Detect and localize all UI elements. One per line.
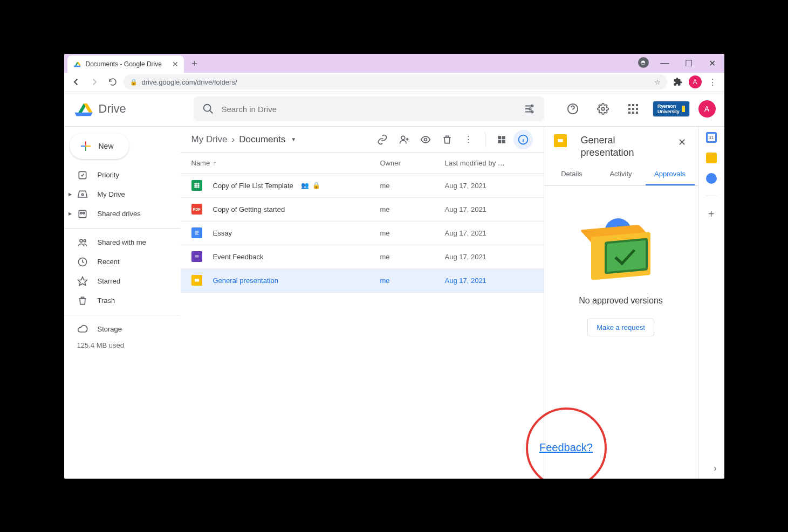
new-tab-button[interactable]: + — [187, 57, 202, 72]
sidebar-item-my-drive[interactable]: ▶ My Drive — [64, 185, 174, 204]
drive-logo[interactable]: Drive — [73, 98, 181, 120]
file-modified: Aug 17, 2021 — [445, 182, 533, 190]
sidebar-item-starred[interactable]: Starred — [64, 272, 174, 291]
dropdown-caret-icon[interactable]: ▼ — [291, 136, 296, 142]
reload-button[interactable] — [105, 74, 120, 89]
apps-grid-icon[interactable] — [622, 98, 644, 120]
file-owner: me — [380, 229, 445, 237]
profile-badge[interactable]: ◓ — [638, 57, 649, 68]
address-bar: 🔒 drive.google.com/drive/folders/ ☆ A ⋮ — [64, 73, 724, 92]
svg-point-11 — [601, 107, 605, 110]
delete-icon[interactable] — [437, 130, 457, 149]
keep-icon[interactable] — [706, 153, 717, 163]
search-options-icon[interactable] — [524, 103, 536, 115]
minimize-button[interactable]: — — [653, 54, 677, 73]
file-modified: Aug 17, 2021 — [445, 205, 533, 213]
slides-icon — [554, 134, 567, 147]
tab-approvals[interactable]: Approvals — [646, 163, 695, 185]
close-details-icon[interactable]: ✕ — [676, 134, 688, 150]
browser-avatar[interactable]: A — [689, 75, 702, 88]
tab-activity[interactable]: Activity — [597, 163, 646, 185]
sidebar-item-label: Starred — [98, 277, 121, 285]
maximize-button[interactable]: ☐ — [677, 54, 701, 73]
add-person-icon[interactable] — [394, 130, 414, 149]
sidebar-item-label: Recent — [98, 258, 120, 266]
more-actions-icon[interactable]: ⋮ — [459, 130, 478, 149]
expand-icon[interactable]: ▶ — [68, 211, 72, 216]
org-badge[interactable]: Ryerson University — [653, 101, 690, 117]
new-button[interactable]: New — [70, 133, 129, 159]
close-window-button[interactable]: ✕ — [701, 54, 724, 73]
svg-rect-23 — [498, 136, 501, 139]
divider — [485, 132, 485, 147]
file-owner: me — [380, 277, 445, 285]
sidebar-item-trash[interactable]: Trash — [64, 291, 174, 310]
file-name: General presentation — [213, 277, 278, 285]
sidebar-item-shared-drives[interactable]: ▶ Shared drives — [64, 204, 174, 224]
browser-tab-bar: Documents - Google Drive ✕ + ◓ — ☐ ✕ — [64, 54, 724, 73]
get-link-icon[interactable] — [373, 130, 392, 149]
file-row[interactable]: General presentationmeAug 17, 2021 — [181, 269, 544, 293]
window-controls: — ☐ ✕ — [653, 54, 724, 73]
file-row[interactable]: Event FeedbackmeAug 17, 2021 — [181, 245, 544, 269]
search-box[interactable] — [194, 96, 544, 121]
sidebar-item-priority[interactable]: Priority — [64, 165, 174, 185]
browser-menu-icon[interactable]: ⋮ — [705, 74, 720, 89]
add-addon-icon[interactable]: + — [708, 208, 715, 220]
tab-close-icon[interactable]: ✕ — [172, 60, 179, 68]
side-panel-rail: 31 + — [698, 127, 724, 479]
file-row[interactable]: EssaymeAug 17, 2021 — [181, 222, 544, 245]
grid-view-icon[interactable] — [492, 130, 511, 149]
sidebar-item-storage[interactable]: Storage — [64, 320, 174, 339]
sidebar-item-shared-with-me[interactable]: Shared with me — [64, 233, 174, 252]
calendar-icon[interactable]: 31 — [706, 132, 717, 143]
expand-icon[interactable]: ▶ — [68, 192, 72, 197]
extensions-icon[interactable] — [670, 77, 686, 87]
column-name[interactable]: Name ↑ — [191, 159, 380, 167]
bookmark-star-icon[interactable]: ☆ — [654, 78, 661, 86]
tab-title: Documents - Google Drive — [86, 60, 162, 68]
info-icon[interactable] — [513, 130, 533, 149]
svg-rect-28 — [194, 183, 199, 188]
breadcrumb-root[interactable]: My Drive — [191, 134, 228, 145]
sidebar-divider — [64, 228, 181, 229]
file-row[interactable]: PDFCopy of Getting startedmeAug 17, 2021 — [181, 198, 544, 222]
feedback-link[interactable]: Feedback? — [539, 441, 593, 454]
breadcrumb-current[interactable]: Documents — [239, 134, 285, 145]
file-row[interactable]: Copy of File List Template👥🔒meAug 17, 20… — [181, 174, 544, 198]
sort-arrow-icon: ↑ — [213, 159, 217, 167]
settings-icon[interactable] — [592, 98, 614, 120]
cloud-icon — [77, 324, 88, 335]
drive-favicon — [73, 60, 81, 68]
drive-icon — [73, 98, 94, 120]
svg-marker-20 — [78, 277, 87, 285]
tasks-icon[interactable] — [706, 173, 717, 184]
preview-icon[interactable] — [416, 130, 435, 149]
svg-marker-1 — [77, 62, 81, 66]
file-name: Copy of File List Template — [213, 182, 293, 190]
svg-rect-26 — [502, 140, 505, 143]
tab-details[interactable]: Details — [547, 163, 597, 185]
table-header: Name ↑ Owner Last modified by … — [181, 153, 544, 174]
svg-point-6 — [203, 105, 210, 112]
svg-point-15 — [80, 212, 81, 213]
account-avatar[interactable]: A — [698, 100, 716, 118]
back-button[interactable] — [68, 74, 84, 89]
svg-point-17 — [80, 239, 83, 242]
help-icon[interactable] — [562, 98, 584, 120]
collapse-rail-icon[interactable]: › — [714, 464, 716, 473]
svg-point-7 — [531, 105, 533, 107]
url-input[interactable]: 🔒 drive.google.com/drive/folders/ ☆ — [124, 74, 667, 89]
search-input[interactable] — [222, 105, 516, 114]
column-owner[interactable]: Owner — [380, 159, 445, 167]
column-modified[interactable]: Last modified by … — [445, 159, 533, 167]
sidebar-item-label: Shared drives — [98, 210, 141, 218]
make-request-button[interactable]: Make a request — [587, 319, 654, 336]
sidebar-item-recent[interactable]: Recent — [64, 252, 174, 272]
forward-button[interactable] — [87, 74, 102, 89]
app-name: Drive — [99, 102, 126, 116]
browser-tab[interactable]: Documents - Google Drive ✕ — [67, 56, 184, 73]
breadcrumb: My Drive › Documents ▼ ⋮ — [181, 127, 544, 153]
plus-icon — [79, 140, 92, 153]
lock-icon: 🔒 — [130, 79, 138, 86]
